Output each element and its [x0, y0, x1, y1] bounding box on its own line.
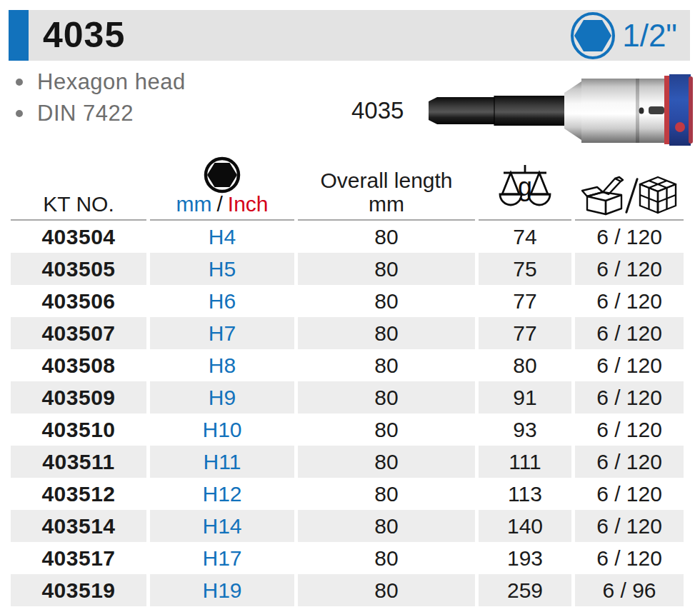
kt-no-cell: 403509 — [11, 381, 146, 413]
product-code: 4035 — [43, 14, 125, 55]
weight-cell: 140 — [479, 510, 571, 542]
size-cell: H9 — [150, 381, 294, 413]
carton-cube-icon — [638, 176, 678, 216]
col-header-overall-length: Overall length mm — [298, 156, 475, 221]
weight-cell: 193 — [479, 542, 571, 574]
hex-bit-socket-photo — [423, 70, 693, 150]
packaging-cell: 6 / 120 — [575, 510, 684, 542]
table-row: 403508 H8 80 80 6 / 120 — [11, 349, 684, 381]
kt-no-cell: 403514 — [11, 510, 146, 542]
table-row: 403517 H17 80 193 6 / 120 — [11, 542, 684, 574]
table-row: 403519 H19 80 259 6 / 96 — [11, 574, 684, 606]
length-cell: 80 — [298, 253, 475, 285]
size-cell: H17 — [150, 542, 294, 574]
feature-text: DIN 7422 — [37, 101, 134, 126]
drive-size-badge: 1/2" — [569, 10, 677, 61]
weight-cell: 74 — [479, 221, 571, 253]
weight-cell: 93 — [479, 413, 571, 446]
col-header-weight: g — [479, 156, 571, 221]
size-cell: H12 — [150, 478, 294, 510]
packaging-cell: 6 / 120 — [575, 542, 684, 574]
size-cell: H4 — [150, 221, 294, 253]
feature-text: Hexagon head — [37, 69, 186, 95]
kt-no-cell: 403517 — [11, 542, 146, 574]
length-cell: 80 — [298, 574, 475, 606]
kt-no-cell: 403510 — [11, 413, 146, 446]
length-cell: 80 — [298, 542, 475, 574]
size-cell: H14 — [150, 510, 294, 542]
kt-no-cell: 403506 — [11, 285, 146, 317]
length-cell: 80 — [298, 446, 475, 478]
packaging-cell: 6 / 120 — [575, 285, 684, 317]
weight-cell: 80 — [479, 349, 571, 381]
table-row: 403509 H9 80 91 6 / 120 — [11, 381, 684, 413]
kt-no-cell: 403505 — [11, 253, 146, 285]
kt-no-cell: 403511 — [11, 446, 146, 478]
unit-mm-label: mm — [176, 192, 211, 216]
blue-accent-bar — [9, 10, 29, 61]
weight-cell: 75 — [479, 253, 571, 285]
kt-no-cell: 403504 — [11, 221, 146, 253]
packaging-cell: 6 / 120 — [575, 478, 684, 510]
length-cell: 80 — [298, 381, 475, 413]
weight-cell: 259 — [479, 574, 571, 606]
table-row: 403511 H11 80 111 6 / 120 — [11, 446, 684, 478]
kt-no-cell: 403508 — [11, 349, 146, 381]
length-cell: 80 — [298, 349, 475, 381]
hex-size-icon — [204, 156, 241, 194]
weight-cell: 111 — [479, 446, 571, 478]
col-header-hex-size: mm/Inch — [150, 156, 294, 221]
weight-cell: 77 — [479, 285, 571, 317]
figure-label: 4035 — [351, 97, 404, 124]
table-row: 403505 H5 80 75 6 / 120 — [11, 253, 684, 285]
size-cell: H10 — [150, 413, 294, 446]
open-box-icon — [581, 175, 626, 216]
size-cell: H8 — [150, 349, 294, 381]
length-cell: 80 — [298, 221, 475, 253]
table-row: 403514 H14 80 140 6 / 120 — [11, 510, 684, 542]
kt-no-cell: 403507 — [11, 317, 146, 349]
packaging-cell: 6 / 120 — [575, 381, 684, 413]
weight-cell: 91 — [479, 381, 571, 413]
table-header-row: KT NO. mm/Inch Overall length mm — [11, 156, 684, 221]
table-row: 403507 H7 80 77 6 / 120 — [11, 317, 684, 349]
packaging-cell: 6 / 120 — [575, 221, 684, 253]
product-header: 4035 1/2" — [9, 10, 690, 61]
length-cell: 80 — [298, 285, 475, 317]
product-figure: 4035 — [336, 70, 694, 151]
packaging-cell: 6 / 120 — [575, 253, 684, 285]
size-cell: H11 — [150, 446, 294, 478]
unit-inch-label: Inch — [228, 192, 269, 216]
hex-drive-icon — [569, 11, 616, 60]
length-cell: 80 — [298, 510, 475, 542]
gram-unit-label: g — [518, 172, 532, 201]
length-cell: 80 — [298, 317, 475, 349]
slash-divider — [625, 178, 639, 214]
table-row: 403510 H10 80 93 6 / 120 — [11, 413, 684, 446]
kt-no-cell: 403512 — [11, 478, 146, 510]
table-row: 403506 H6 80 77 6 / 120 — [11, 285, 684, 317]
size-cell: H7 — [150, 317, 294, 349]
packaging-cell: 6 / 120 — [575, 349, 684, 381]
col-header-packaging — [575, 156, 684, 221]
feature-list: Hexagon head DIN 7422 — [11, 69, 186, 131]
size-cell: H5 — [150, 253, 294, 285]
weight-cell: 77 — [479, 317, 571, 349]
drive-size-label: 1/2" — [622, 18, 677, 54]
feature-item: Hexagon head — [11, 69, 186, 96]
bullet-icon — [16, 110, 23, 117]
packaging-cell: 6 / 120 — [575, 446, 684, 478]
kt-no-cell: 403519 — [11, 574, 146, 606]
size-cell: H6 — [150, 285, 294, 317]
table-row: 403504 H4 80 74 6 / 120 — [11, 221, 684, 253]
table-row: 403512 H12 80 113 6 / 120 — [11, 478, 684, 510]
length-cell: 80 — [298, 478, 475, 510]
weight-scale-icon: g — [498, 161, 552, 211]
catalog-page: { "header": { "product_code": "4035", "d… — [0, 0, 700, 612]
packaging-cell: 6 / 120 — [575, 413, 684, 446]
size-cell: H19 — [150, 574, 294, 606]
col-header-kt-no: KT NO. — [11, 156, 146, 221]
packaging-cell: 6 / 96 — [575, 574, 684, 606]
spec-table: KT NO. mm/Inch Overall length mm — [7, 156, 687, 606]
packaging-cell: 6 / 120 — [575, 317, 684, 349]
